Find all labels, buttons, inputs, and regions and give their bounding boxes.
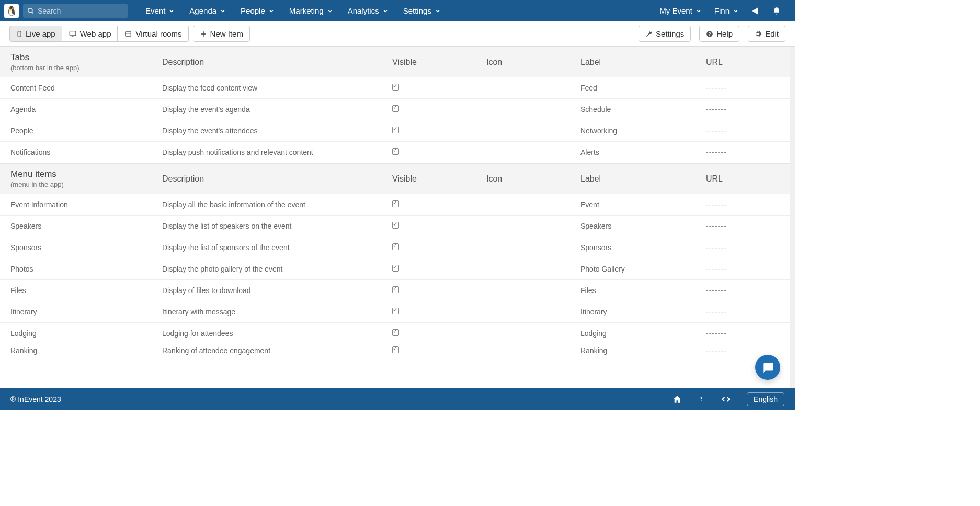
- cell-url: -------: [706, 105, 790, 114]
- language-selector[interactable]: English: [747, 392, 784, 406]
- table-row[interactable]: Agenda Display the event's agenda Schedu…: [0, 99, 790, 120]
- cell-url: -------: [706, 286, 790, 295]
- cell-name: Event Information: [10, 200, 162, 209]
- checkbox-checked-icon[interactable]: [392, 200, 399, 207]
- new-item-label: New Item: [210, 29, 243, 38]
- checkbox-checked-icon[interactable]: [392, 222, 399, 229]
- checkbox-checked-icon[interactable]: [392, 265, 399, 272]
- rooms-icon: [124, 30, 132, 38]
- cell-url: -------: [706, 200, 790, 209]
- nav-settings[interactable]: Settings: [396, 0, 448, 21]
- nav-people[interactable]: People: [233, 0, 282, 21]
- new-item-button[interactable]: New Item: [193, 26, 250, 42]
- content-area: Tabs (bottom bar in the app) Description…: [0, 47, 795, 388]
- edit-button[interactable]: Edit: [748, 26, 785, 42]
- cell-url: -------: [706, 346, 790, 355]
- table-row[interactable]: Itinerary Itinerary with message Itinera…: [0, 301, 790, 323]
- checkbox-checked-icon[interactable]: [392, 127, 399, 133]
- table-row[interactable]: Notifications Display push notifications…: [0, 142, 790, 163]
- subnav-right: Settings ?Help Edit: [634, 26, 785, 42]
- col-url: URL: [706, 174, 790, 184]
- view-tabs: Live app Web app Virtual rooms: [9, 26, 189, 42]
- app-logo[interactable]: 🐧: [4, 4, 19, 18]
- cell-description: Itinerary with message: [162, 308, 392, 316]
- nav-event[interactable]: Event: [138, 0, 182, 21]
- chat-bubble[interactable]: [755, 355, 780, 380]
- settings-button[interactable]: Settings: [639, 26, 691, 42]
- chevron-down-icon: [435, 8, 441, 14]
- col-description: Description: [162, 174, 392, 184]
- cell-visible: [392, 329, 486, 338]
- cell-visible: [392, 222, 486, 230]
- question-circle-icon: ?: [706, 30, 713, 38]
- checkbox-checked-icon[interactable]: [392, 148, 399, 155]
- code-icon: [721, 395, 731, 403]
- table-row[interactable]: People Display the event's attendees Net…: [0, 120, 790, 142]
- nav-analytics[interactable]: Analytics: [340, 0, 396, 21]
- search-input[interactable]: [38, 7, 123, 15]
- chat-icon: [761, 361, 774, 374]
- cell-visible: [392, 308, 486, 316]
- footer-home[interactable]: [673, 395, 682, 404]
- checkbox-checked-icon[interactable]: [392, 286, 399, 293]
- checkbox-checked-icon[interactable]: [392, 329, 399, 336]
- nav-marketing[interactable]: Marketing: [282, 0, 340, 21]
- checkbox-checked-icon[interactable]: [392, 105, 399, 112]
- checkbox-checked-icon[interactable]: [392, 84, 399, 91]
- nav-my-event-label: My Event: [659, 6, 692, 15]
- cell-description: Display the photo gallery of the event: [162, 265, 392, 273]
- cell-name: Ranking: [10, 346, 162, 355]
- footer-right: English: [673, 392, 784, 406]
- table-row[interactable]: Content Feed Display the feed content vi…: [0, 77, 790, 99]
- table-row[interactable]: Event Information Display all the basic …: [0, 194, 790, 216]
- cell-description: Display the list of speakers on the even…: [162, 222, 392, 230]
- announcements-button[interactable]: [745, 0, 766, 21]
- checkbox-checked-icon[interactable]: [392, 308, 399, 314]
- cell-name: Photos: [10, 265, 162, 273]
- cell-name: Notifications: [10, 148, 162, 156]
- cell-description: Display the event's agenda: [162, 105, 392, 114]
- svg-line-1: [32, 12, 33, 13]
- checkbox-checked-icon[interactable]: [392, 346, 399, 353]
- cell-label: Networking: [580, 127, 706, 135]
- help-button[interactable]: ?Help: [699, 26, 739, 42]
- cell-label: Event: [580, 200, 706, 209]
- desktop-icon: [69, 30, 77, 38]
- table-row[interactable]: Sponsors Display the list of sponsors of…: [0, 237, 790, 258]
- checkbox-checked-icon[interactable]: [392, 243, 399, 250]
- cell-visible: [392, 286, 486, 295]
- section-subtitle: (bottom bar in the app): [10, 64, 162, 72]
- notifications-button[interactable]: [766, 0, 787, 21]
- nav-agenda[interactable]: Agenda: [182, 0, 233, 21]
- cell-description: Ranking of attendee engagement: [162, 346, 392, 355]
- cell-url: -------: [706, 243, 790, 252]
- footer-help[interactable]: [698, 394, 705, 404]
- col-visible: Visible: [392, 58, 486, 67]
- table-row[interactable]: Photos Display the photo gallery of the …: [0, 258, 790, 280]
- tab-virtual-rooms-label: Virtual rooms: [135, 29, 181, 38]
- table-row[interactable]: Speakers Display the list of speakers on…: [0, 216, 790, 237]
- footer-code[interactable]: [721, 395, 731, 403]
- col-label: Label: [580, 58, 706, 67]
- nav-user[interactable]: Finn: [708, 0, 745, 21]
- cell-url: -------: [706, 84, 790, 92]
- col-icon: Icon: [486, 58, 580, 67]
- plus-icon: [200, 30, 207, 38]
- nav-marketing-label: Marketing: [289, 6, 324, 15]
- col-visible: Visible: [392, 174, 486, 184]
- nav-my-event[interactable]: My Event: [653, 0, 708, 21]
- chevron-down-icon: [268, 8, 275, 14]
- cell-description: Display push notifications and relevant …: [162, 148, 392, 156]
- table-row[interactable]: Files Display of files to download Files…: [0, 280, 790, 301]
- col-label: Label: [580, 174, 706, 184]
- tab-live-app[interactable]: Live app: [9, 26, 62, 42]
- chevron-down-icon: [696, 8, 702, 14]
- cell-label: Lodging: [580, 329, 706, 338]
- tab-web-app[interactable]: Web app: [62, 26, 118, 42]
- search-box[interactable]: [23, 4, 128, 18]
- tab-virtual-rooms[interactable]: Virtual rooms: [118, 26, 188, 42]
- table-row[interactable]: Ranking Ranking of attendee engagement R…: [0, 344, 790, 355]
- cell-url: -------: [706, 308, 790, 316]
- cell-label: Sponsors: [580, 243, 706, 252]
- table-row[interactable]: Lodging Lodging for attendees Lodging --…: [0, 323, 790, 344]
